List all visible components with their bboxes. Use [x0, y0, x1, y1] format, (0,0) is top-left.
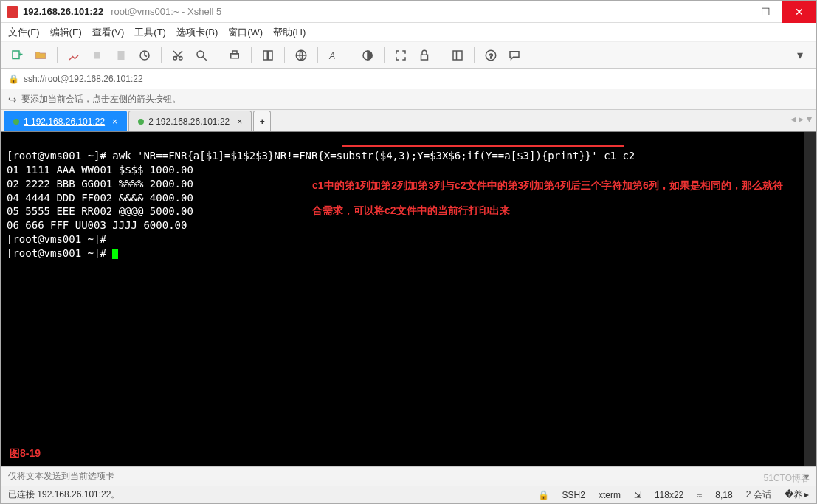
hint-text: 要添加当前会话，点击左侧的箭头按钮。 [21, 93, 181, 106]
window-title-main: 192.168.26.101:22 [23, 6, 103, 17]
terminal-scrollbar[interactable] [804, 132, 816, 466]
sidebar-icon[interactable] [447, 45, 468, 66]
watermark: 51CTO博客 [764, 472, 810, 485]
status-protocol: SSH2 [562, 490, 585, 500]
tab-bar: 1 192.168.26.101:22 × 2 192.168.26.101:2… [1, 110, 816, 132]
send-bar[interactable]: 仅将文本发送到当前选项卡 ▾ [1, 466, 816, 486]
annotation-text: c1中的第1列加第2列加第3列与c2文件中的第3列加第4列后三个字符加第6列，如… [312, 173, 792, 223]
cursor [112, 249, 118, 259]
svg-rect-11 [232, 51, 237, 54]
status-bar: 已连接 192.168.26.101:22。 🔒 SSH2 xterm ⇲ 11… [1, 486, 816, 503]
svg-text:?: ? [489, 52, 493, 59]
status-sessions: 2 会话 [746, 489, 771, 501]
paste-icon[interactable] [111, 45, 131, 66]
properties-icon[interactable] [63, 45, 84, 66]
toolbar-overflow-icon[interactable]: ▾ [790, 45, 810, 66]
session-tab-1[interactable]: 1 192.168.26.101:22 × [4, 111, 127, 131]
address-bar: 🔒 ssh://root@192.168.26.101:22 [1, 69, 816, 89]
terminal-line: 02 2222 BBB GG001 %%%% 2000.00 [7, 178, 193, 190]
status-size-icon: ⇲ [634, 490, 641, 500]
copy-icon[interactable] [87, 45, 108, 66]
terminal-line: 01 1111 AAA WW001 $$$$ 1000.00 [7, 164, 193, 176]
svg-rect-12 [263, 51, 267, 60]
tab-label: 2 192.168.26.101:22 [148, 117, 230, 127]
tab-close-icon[interactable]: × [237, 117, 242, 127]
layout-icon[interactable] [258, 45, 278, 66]
tab-nav-arrows[interactable]: ◂ ▸ ▾ [790, 113, 812, 125]
lock-small-icon: 🔒 [8, 74, 19, 84]
app-window: 192.168.26.101:22 root@vms001:~ - Xshell… [0, 0, 817, 504]
cut-icon[interactable] [168, 45, 188, 66]
menu-bar: 文件(F) 编辑(E) 查看(V) 工具(T) 选项卡(B) 窗口(W) 帮助(… [1, 23, 816, 42]
status-pos-icon: ⎓ [697, 490, 702, 500]
window-controls: — ☐ ✕ [714, 1, 816, 23]
reconnect-icon[interactable] [134, 45, 155, 66]
svg-rect-10 [231, 53, 239, 58]
svg-rect-4 [118, 51, 125, 60]
svg-text:A: A [328, 50, 335, 61]
maximize-button[interactable]: ☐ [748, 1, 782, 23]
svg-rect-18 [453, 51, 462, 60]
print-icon[interactable] [224, 45, 245, 66]
svg-rect-3 [94, 52, 100, 58]
fullscreen-icon[interactable] [390, 45, 411, 66]
terminal-line: 05 5555 EEE RR002 @@@@ 5000.00 [7, 205, 193, 217]
globe-icon[interactable] [291, 45, 311, 66]
terminal[interactable]: [root@vms001 ~]# awk 'NR==FNR{a[$1]=$1$2… [1, 132, 816, 466]
close-button[interactable]: ✕ [782, 1, 816, 23]
status-more-icon[interactable]: �养 ▸ [785, 489, 809, 501]
tab-label: 1 192.168.26.101:22 [24, 117, 105, 127]
lock-icon[interactable] [414, 45, 435, 66]
menu-view[interactable]: 查看(V) [92, 26, 124, 39]
send-bar-text: 仅将文本发送到当前选项卡 [8, 470, 114, 483]
tab-close-icon[interactable]: × [112, 117, 117, 127]
find-icon[interactable] [191, 45, 212, 66]
status-dot-icon [13, 119, 19, 125]
figure-label: 图8-19 [10, 446, 41, 460]
status-term-type: xterm [599, 490, 621, 500]
color-scheme-icon[interactable] [357, 45, 378, 66]
terminal-line: [root@vms001 ~]# awk 'NR==FNR{a[$1]=$1$2… [7, 150, 635, 162]
menu-window[interactable]: 窗口(W) [228, 26, 263, 39]
status-size: 118x22 [655, 490, 683, 500]
font-icon[interactable]: A [324, 45, 345, 66]
terminal-line: [root@vms001 ~]# [7, 247, 112, 259]
title-bar: 192.168.26.101:22 root@vms001:~ - Xshell… [1, 1, 816, 23]
menu-tools[interactable]: 工具(T) [134, 26, 166, 39]
svg-line-9 [203, 57, 207, 61]
app-icon [7, 6, 18, 18]
toolbar: A ? ▾ [1, 42, 816, 69]
menu-tabs[interactable]: 选项卡(B) [176, 26, 218, 39]
chat-icon[interactable] [504, 45, 525, 66]
svg-rect-13 [269, 51, 272, 60]
minimize-button[interactable]: — [714, 1, 748, 23]
status-cursor-pos: 8,18 [715, 490, 732, 500]
status-lock-icon: 🔒 [538, 490, 549, 500]
menu-help[interactable]: 帮助(H) [273, 26, 306, 39]
status-dot-icon [138, 119, 144, 125]
svg-rect-0 [13, 51, 19, 59]
tab-add-button[interactable]: + [253, 111, 271, 131]
help-icon[interactable]: ? [480, 45, 501, 66]
add-session-arrow-icon[interactable]: ↪ [8, 94, 17, 106]
session-tab-2[interactable]: 2 192.168.26.101:22 × [128, 111, 252, 131]
menu-edit[interactable]: 编辑(E) [50, 26, 82, 39]
status-connection: 已连接 192.168.26.101:22。 [8, 489, 120, 501]
svg-point-8 [197, 51, 204, 58]
terminal-line: 06 666 FFF UU003 JJJJ 6000.00 [7, 219, 187, 231]
menu-file[interactable]: 文件(F) [8, 26, 40, 39]
window-title-sub: root@vms001:~ - Xshell 5 [111, 6, 221, 17]
hint-bar: ↪ 要添加当前会话，点击左侧的箭头按钮。 [1, 89, 816, 110]
svg-rect-17 [421, 55, 428, 60]
terminal-line: [root@vms001 ~]# [7, 233, 106, 245]
new-session-icon[interactable] [7, 45, 27, 66]
annotation-underline [342, 145, 624, 147]
terminal-line: 04 4444 DDD FF002 &&&& 4000.00 [7, 192, 193, 204]
address-text[interactable]: ssh://root@192.168.26.101:22 [24, 74, 143, 84]
open-folder-icon[interactable] [30, 45, 51, 66]
